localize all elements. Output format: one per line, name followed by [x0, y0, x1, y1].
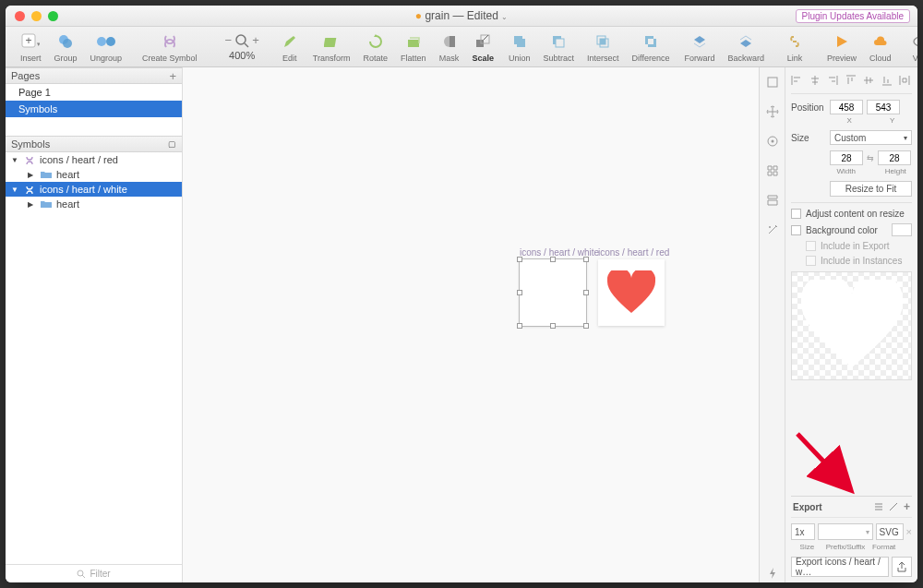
svg-point-4 — [63, 39, 72, 48]
minimize-window-icon[interactable] — [31, 11, 42, 21]
difference-button[interactable]: Difference — [627, 31, 676, 63]
preview-button[interactable]: Preview — [821, 31, 862, 63]
svg-rect-26 — [768, 78, 777, 87]
layer-row[interactable]: ▶ heart — [6, 167, 182, 182]
panel-options-icon[interactable]: ▢ — [168, 139, 176, 149]
group-button[interactable]: Group — [49, 31, 83, 63]
export-format-field[interactable]: SVG — [876, 523, 904, 540]
align-right-icon[interactable] — [827, 75, 840, 88]
magnifier-icon — [234, 33, 249, 48]
eye-icon: ▾ — [912, 31, 917, 52]
artboard-label[interactable]: icons / heart / red — [598, 247, 669, 258]
page-item[interactable]: Symbols — [6, 101, 182, 117]
scale-button[interactable]: Scale — [467, 31, 500, 63]
resize-panel-icon[interactable] — [763, 102, 782, 121]
layer-label: icons / heart / red — [40, 154, 118, 165]
backward-button[interactable]: Backward — [722, 31, 770, 63]
align-hcenter-icon[interactable] — [809, 75, 822, 88]
page-item[interactable]: Page 1 — [6, 84, 182, 101]
transform-icon — [321, 31, 342, 52]
svg-text:▾: ▾ — [37, 41, 40, 47]
artboard-red[interactable] — [598, 259, 665, 326]
add-export-button[interactable]: + — [904, 500, 910, 513]
heart-icon — [607, 270, 655, 315]
bg-swatch[interactable] — [892, 223, 912, 236]
height-input[interactable] — [878, 150, 911, 165]
layer-row[interactable]: ▶ heart — [6, 197, 182, 211]
svg-rect-20 — [600, 39, 605, 44]
subtract-button[interactable]: Subtract — [538, 31, 581, 63]
transform-button[interactable]: Transform — [307, 31, 356, 63]
layer-row[interactable]: ▼ icons / heart / red — [6, 152, 182, 167]
cloud-button[interactable]: Cloud — [864, 31, 897, 63]
align-vcenter-icon[interactable] — [863, 75, 876, 88]
heart-icon — [801, 280, 903, 372]
export-presets-icon[interactable] — [874, 502, 883, 511]
flatten-button[interactable]: Flatten — [395, 31, 432, 63]
intersect-button[interactable]: Intersect — [581, 31, 625, 63]
width-input[interactable] — [830, 150, 863, 165]
align-row — [791, 73, 912, 94]
svg-rect-9 — [324, 38, 336, 47]
rotate-button[interactable]: Rotate — [357, 31, 393, 63]
align-left-icon[interactable] — [791, 75, 804, 88]
share-button[interactable] — [892, 557, 912, 577]
filter-input[interactable]: Filter — [6, 564, 182, 582]
mask-button[interactable]: Mask — [434, 31, 465, 63]
symbol-icon — [23, 185, 36, 194]
plugin-updates-badge[interactable]: Plugin Updates Available — [796, 9, 910, 23]
svg-rect-17 — [556, 39, 564, 47]
wand-panel-icon[interactable] — [763, 221, 782, 239]
settings-panel-icon[interactable] — [763, 132, 782, 150]
symbols-header: Symbols▢ — [6, 136, 182, 152]
export-header: Export — [793, 502, 822, 512]
link-button[interactable]: Link — [772, 31, 818, 63]
export-selection-button[interactable]: Export icons / heart / w… — [791, 557, 889, 577]
maximize-window-icon[interactable] — [48, 11, 58, 21]
adjust-content-checkbox[interactable]: Adjust content on resize — [791, 209, 912, 219]
svg-rect-16 — [517, 39, 525, 47]
union-button[interactable]: Union — [503, 31, 536, 63]
view-button[interactable]: ▾View — [899, 31, 917, 63]
svg-point-21 — [914, 37, 917, 46]
pencil-icon — [280, 31, 300, 52]
search-icon — [77, 570, 86, 579]
background-color-checkbox[interactable]: Background color — [791, 223, 912, 236]
toolbar: +▾ Insert Group Ungroup Create Symbol − … — [6, 27, 917, 67]
zoom-plus-icon[interactable]: + — [252, 33, 259, 47]
close-window-icon[interactable] — [15, 11, 25, 21]
y-input[interactable] — [867, 100, 900, 114]
align-panel-icon[interactable] — [763, 73, 782, 91]
distribute-icon[interactable] — [899, 75, 912, 88]
resize-to-fit-button[interactable]: Resize to Fit — [830, 181, 912, 197]
share-icon — [896, 561, 907, 572]
artboard-white[interactable] — [520, 259, 586, 326]
forward-icon — [689, 31, 710, 52]
align-bottom-icon[interactable] — [881, 75, 894, 88]
grid-panel-icon[interactable] — [763, 162, 782, 180]
svg-line-25 — [82, 575, 85, 578]
zoom-minus-icon[interactable]: − — [225, 33, 233, 47]
edit-button[interactable]: Edit — [274, 31, 306, 63]
add-page-button[interactable]: + — [169, 69, 176, 83]
lock-aspect-icon[interactable]: ⇆ — [867, 153, 874, 162]
export-prefix-field[interactable]: ▾ — [818, 523, 873, 540]
create-symbol-button[interactable]: Create Symbol — [129, 31, 210, 63]
layout-panel-icon[interactable] — [763, 191, 782, 210]
layer-row[interactable]: ▼ icons / heart / white — [6, 182, 182, 197]
x-input[interactable] — [830, 100, 863, 114]
export-knife-icon[interactable] — [889, 502, 898, 511]
size-select[interactable]: Custom▾ — [830, 130, 912, 145]
insert-button[interactable]: +▾ Insert — [15, 31, 47, 63]
align-top-icon[interactable] — [845, 75, 858, 88]
ungroup-button[interactable]: Ungroup — [85, 31, 128, 63]
remove-export-button[interactable]: × — [906, 526, 912, 537]
bolt-panel-icon[interactable] — [763, 564, 782, 582]
difference-icon — [641, 31, 661, 52]
export-scale-field[interactable]: 1x — [791, 523, 815, 540]
backward-icon — [736, 31, 756, 52]
zoom-control[interactable]: − + 400% — [212, 33, 272, 61]
canvas[interactable]: icons / heart / white icons / heart / re… — [183, 67, 759, 582]
layer-label: icons / heart / white — [40, 184, 127, 195]
forward-button[interactable]: Forward — [678, 31, 720, 63]
